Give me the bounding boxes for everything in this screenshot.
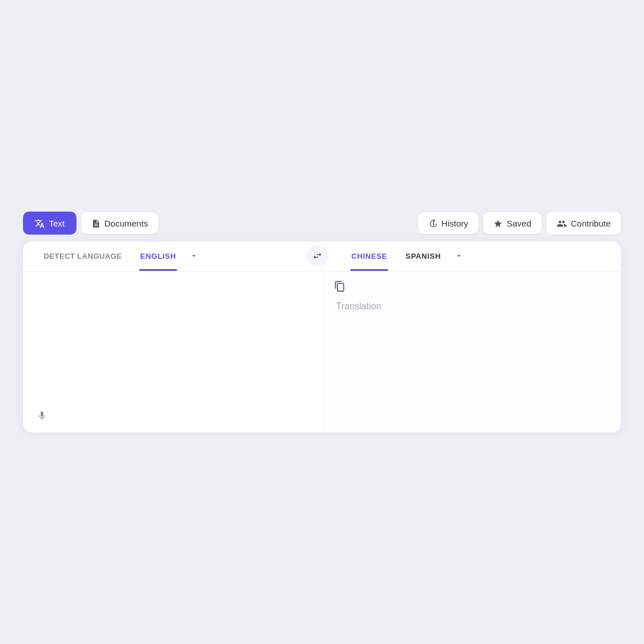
history-button[interactable]: History (418, 212, 479, 234)
target-output-pane: Translation (325, 271, 622, 432)
translation-output: Translation (332, 301, 610, 312)
history-icon (428, 218, 438, 228)
nav-left: Text Documents (23, 212, 158, 234)
spanish-lang-tab[interactable]: SPANISH (396, 241, 450, 271)
source-input-pane (23, 271, 325, 432)
people-icon (557, 217, 567, 228)
source-lang-dropdown-button[interactable] (185, 241, 202, 270)
translation-card: DETECT LANGUAGE ENGLISH CHINESE SPANISH (23, 241, 621, 432)
contribute-button[interactable]: Contribute (546, 212, 621, 234)
documents-tab-button[interactable]: Documents (81, 212, 159, 234)
swap-languages-button[interactable] (306, 245, 328, 267)
english-lang-tab[interactable]: ENGLISH (131, 241, 185, 271)
source-text-input[interactable] (34, 281, 313, 404)
contribute-label: Contribute (571, 218, 611, 228)
copy-translation-button[interactable] (332, 278, 348, 296)
detect-language-option[interactable]: DETECT LANGUAGE (34, 241, 131, 271)
documents-tab-label: Documents (105, 218, 148, 228)
microphone-button[interactable] (34, 408, 313, 423)
app-container: Text Documents (23, 212, 621, 432)
history-label: History (442, 218, 469, 228)
language-selector-row: DETECT LANGUAGE ENGLISH CHINESE SPANISH (23, 241, 621, 271)
star-icon (493, 218, 503, 228)
text-tab-label: Text (49, 218, 65, 228)
saved-label: Saved (507, 218, 531, 228)
target-lang-selector: CHINESE SPANISH (333, 241, 610, 271)
nav-right: History Saved Contribute (418, 212, 621, 234)
target-lang-dropdown-button[interactable] (450, 241, 467, 270)
translate-icon (34, 217, 45, 228)
text-tab-button[interactable]: Text (23, 212, 76, 234)
top-nav: Text Documents (23, 212, 621, 234)
translation-content-row: Translation (23, 271, 621, 432)
source-lang-selector: DETECT LANGUAGE ENGLISH (34, 241, 302, 271)
chinese-lang-tab[interactable]: CHINESE (342, 241, 396, 271)
saved-button[interactable]: Saved (483, 212, 542, 234)
document-icon (91, 218, 101, 228)
